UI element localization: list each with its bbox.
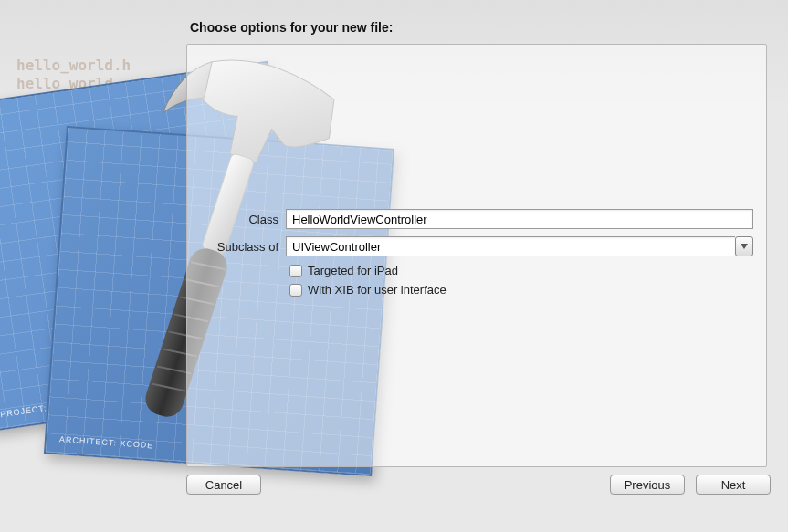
xib-check-row: With XIB for user interface (187, 283, 766, 297)
subclass-dropdown-button[interactable] (735, 236, 753, 256)
bg-filename-1: hello_world.h (16, 57, 131, 74)
with-xib-checkbox[interactable] (289, 284, 302, 297)
button-spacer (272, 475, 599, 495)
sheet-body: Class Subclass of Targeted for iPad With… (186, 44, 767, 467)
targeted-for-ipad-label[interactable]: Targeted for iPad (308, 264, 398, 277)
with-xib-label[interactable]: With XIB for user interface (308, 283, 447, 297)
class-row: Class (187, 209, 766, 229)
ipad-check-row: Targeted for iPad (187, 264, 766, 277)
sheet-title: Choose options for your new file: (186, 20, 771, 35)
subclass-row: Subclass of (187, 236, 766, 256)
blueprint-label-2: ARCHITECT: XCODE (59, 434, 154, 450)
button-bar: Cancel Previous Next (186, 475, 771, 495)
subclass-combo (286, 236, 753, 256)
targeted-for-ipad-checkbox[interactable] (289, 265, 302, 277)
class-input[interactable] (286, 209, 753, 229)
new-file-options-sheet: Choose options for your new file: Class … (186, 20, 771, 513)
previous-button[interactable]: Previous (610, 475, 685, 495)
subclass-label: Subclass of (200, 240, 278, 254)
chevron-down-icon (741, 244, 748, 249)
class-label: Class (200, 213, 278, 226)
subclass-input[interactable] (286, 236, 735, 256)
next-button[interactable]: Next (696, 475, 771, 495)
cancel-button[interactable]: Cancel (186, 475, 261, 495)
